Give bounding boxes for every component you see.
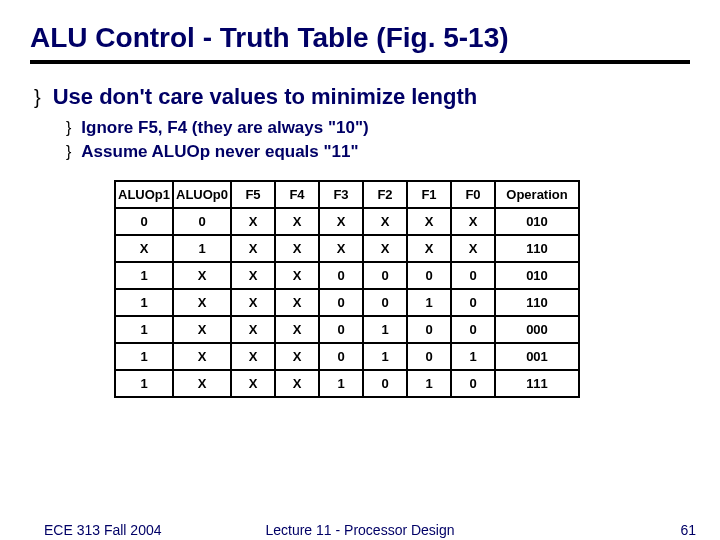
table-cell: X xyxy=(275,235,319,262)
table-cell: 1 xyxy=(115,370,173,397)
table-cell: X xyxy=(173,343,231,370)
table-cell: 1 xyxy=(363,316,407,343)
bullet-sub: } Ignore F5, F4 (they are always "10") xyxy=(66,118,690,138)
table-row: 1XXX1010111 xyxy=(115,370,579,397)
table-cell: 0 xyxy=(363,370,407,397)
table-cell: X xyxy=(231,370,275,397)
table-cell: 0 xyxy=(451,262,495,289)
table-row: 1XXX0000010 xyxy=(115,262,579,289)
th-f5: F5 xyxy=(231,181,275,208)
table-cell: X xyxy=(231,289,275,316)
bullet-main: } Use don't care values to minimize leng… xyxy=(34,84,690,110)
table-cell: X xyxy=(319,235,363,262)
table-cell: X xyxy=(115,235,173,262)
table-cell: X xyxy=(231,208,275,235)
footer-right: 61 xyxy=(680,522,696,538)
footer-center: Lecture 11 - Processor Design xyxy=(0,522,720,538)
truth-table: ALUOp1 ALUOp0 F5 F4 F3 F2 F1 F0 Operatio… xyxy=(114,180,580,398)
table-cell: X xyxy=(275,208,319,235)
table-cell: X xyxy=(451,208,495,235)
table-cell: 001 xyxy=(495,343,579,370)
table-cell: X xyxy=(275,343,319,370)
table-cell: 1 xyxy=(363,343,407,370)
table-cell: 010 xyxy=(495,208,579,235)
table-cell: 1 xyxy=(407,370,451,397)
table-cell: 1 xyxy=(115,316,173,343)
table-cell: 0 xyxy=(407,316,451,343)
table-cell: X xyxy=(451,235,495,262)
th-aluop1: ALUOp1 xyxy=(115,181,173,208)
table-cell: X xyxy=(275,316,319,343)
table-cell: 1 xyxy=(319,370,363,397)
divider xyxy=(30,60,690,64)
table-cell: 0 xyxy=(319,343,363,370)
table-cell: X xyxy=(407,235,451,262)
table-row: 1XXX0010110 xyxy=(115,289,579,316)
table-body: 00XXXXXX010X1XXXXXX1101XXX00000101XXX001… xyxy=(115,208,579,397)
table-cell: 0 xyxy=(407,262,451,289)
table-cell: 0 xyxy=(115,208,173,235)
table-cell: 110 xyxy=(495,289,579,316)
page-title: ALU Control - Truth Table (Fig. 5-13) xyxy=(30,22,690,54)
slide: ALU Control - Truth Table (Fig. 5-13) } … xyxy=(0,0,720,398)
table-cell: 0 xyxy=(363,262,407,289)
table-cell: 0 xyxy=(173,208,231,235)
th-f2: F2 xyxy=(363,181,407,208)
th-f1: F1 xyxy=(407,181,451,208)
table-cell: 111 xyxy=(495,370,579,397)
table-cell: X xyxy=(319,208,363,235)
table-cell: 1 xyxy=(173,235,231,262)
table-cell: X xyxy=(173,289,231,316)
table-cell: X xyxy=(173,370,231,397)
table-cell: X xyxy=(173,316,231,343)
th-f3: F3 xyxy=(319,181,363,208)
table-cell: 1 xyxy=(115,262,173,289)
bullet-sub-text: Ignore F5, F4 (they are always "10") xyxy=(81,118,368,138)
table-cell: X xyxy=(231,262,275,289)
table-cell: 0 xyxy=(451,316,495,343)
table-cell: 0 xyxy=(319,289,363,316)
table-cell: X xyxy=(231,343,275,370)
table-cell: 0 xyxy=(363,289,407,316)
th-f0: F0 xyxy=(451,181,495,208)
table-cell: X xyxy=(231,316,275,343)
bullet-glyph-icon: } xyxy=(66,120,71,136)
table-cell: 000 xyxy=(495,316,579,343)
bullet-main-text: Use don't care values to minimize length xyxy=(53,84,478,110)
bullet-glyph-icon: } xyxy=(66,144,71,160)
table-cell: X xyxy=(173,262,231,289)
table-cell: 0 xyxy=(451,370,495,397)
table-cell: 110 xyxy=(495,235,579,262)
table-cell: X xyxy=(363,235,407,262)
table-cell: 0 xyxy=(319,316,363,343)
table-cell: 0 xyxy=(319,262,363,289)
table-cell: 010 xyxy=(495,262,579,289)
table-cell: 1 xyxy=(115,289,173,316)
table-cell: X xyxy=(275,370,319,397)
bullet-sub-text: Assume ALUOp never equals "11" xyxy=(81,142,358,162)
bullet-sub: } Assume ALUOp never equals "11" xyxy=(66,142,690,162)
table-cell: X xyxy=(363,208,407,235)
table-row: 1XXX0100000 xyxy=(115,316,579,343)
table-cell: X xyxy=(407,208,451,235)
table-row: 1XXX0101001 xyxy=(115,343,579,370)
table-header-row: ALUOp1 ALUOp0 F5 F4 F3 F2 F1 F0 Operatio… xyxy=(115,181,579,208)
table-row: 00XXXXXX010 xyxy=(115,208,579,235)
truth-table-wrap: ALUOp1 ALUOp0 F5 F4 F3 F2 F1 F0 Operatio… xyxy=(114,180,690,398)
th-aluop0: ALUOp0 xyxy=(173,181,231,208)
table-row: X1XXXXXX110 xyxy=(115,235,579,262)
table-cell: 0 xyxy=(451,289,495,316)
table-cell: 1 xyxy=(407,289,451,316)
table-cell: 1 xyxy=(115,343,173,370)
table-cell: X xyxy=(231,235,275,262)
th-f4: F4 xyxy=(275,181,319,208)
bullet-glyph-icon: } xyxy=(34,87,41,107)
th-operation: Operation xyxy=(495,181,579,208)
table-cell: X xyxy=(275,289,319,316)
table-cell: 1 xyxy=(451,343,495,370)
table-cell: X xyxy=(275,262,319,289)
table-cell: 0 xyxy=(407,343,451,370)
